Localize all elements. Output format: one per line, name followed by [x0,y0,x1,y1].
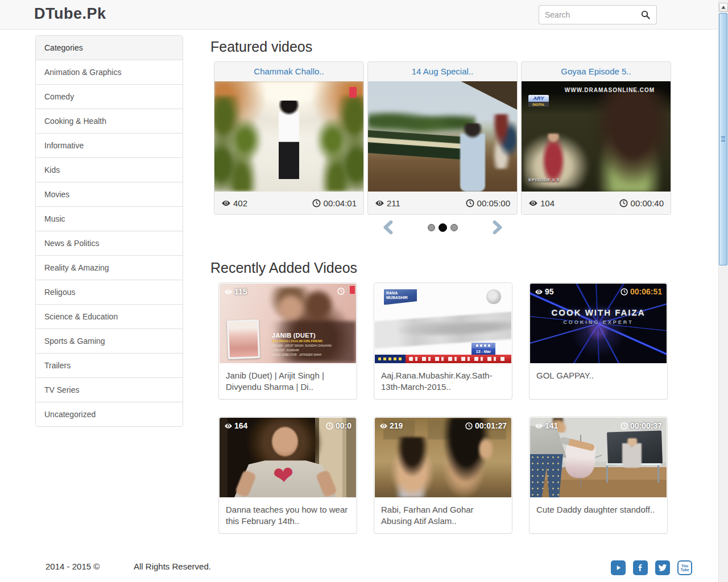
views-count: 211 [375,198,400,208]
video-duration: 00:00:40 [619,198,664,208]
clock-icon [620,422,628,430]
duration-overlay [337,287,347,296]
video-thumbnail[interactable]: RANA MUBASHIR 13 - Mar [375,284,511,363]
thumbnail-art-shape [315,96,363,192]
credit-text: SINGER : ARIJIT SINGH, SUNIDHI CHAUHAN [272,344,353,347]
thumbnail-art-shape [471,343,495,348]
channel-logo [486,289,501,304]
site-logo[interactable]: DTube.Pk [34,5,106,23]
video-title-link[interactable]: Chammak Challo.. [214,62,363,81]
video-thumbnail[interactable] [368,81,517,192]
sidebar-title: Categories [36,36,183,60]
channel-logo-text: ARY [528,95,549,102]
recent-videos-grid: JANIB (DUET) DILLIWAALI ZAALIM GIRLFRIEN… [218,282,671,534]
scrollbar-up-button[interactable] [719,3,728,12]
eye-icon [535,422,543,430]
thumbnail-art-shape [541,134,566,182]
sidebar-item-religous[interactable]: Religous [36,280,183,305]
search-icon [640,10,651,20]
featured-video-card: 14 Aug Special.. 211 00:05:00 [367,61,518,215]
featured-video-card: Goyaa Episode 5.. WWW.DRAMASONLINE.COM A… [521,61,671,215]
sidebar-item-animation-graphics[interactable]: Animation & Graphics [36,60,183,85]
recent-video-card: 219 00:01:27 Rabi, Farhan And Gohar Abus… [374,417,512,534]
sidebar-item-cooking-health[interactable]: Cooking & Health [36,109,183,134]
video-thumbnail[interactable]: WWW.DRAMASONLINE.COM ARY DIGITAL EPISODE… [522,81,671,192]
clock-icon [465,422,473,430]
sidebar-item-trailers[interactable]: Trailers [36,354,183,378]
eye-icon [535,288,543,296]
eye-icon [375,198,384,208]
video-title-link[interactable]: 14 Aug Special.. [368,62,517,81]
video-title-link[interactable]: Rabi, Farhan And Gohar Abusing Atif Asla… [374,497,512,534]
credit-text: LYRICIST : KUMAAR [272,348,353,352]
video-title-link[interactable]: Goyaa Episode 5.. [522,62,671,81]
show-logo-text: RANA MUBASHIR [384,289,417,305]
clock-icon [337,287,345,296]
video-thumbnail[interactable]: 141 00:00:37 [530,418,667,497]
recent-heading: Recently Added Videos [210,260,357,276]
featured-video-card: Chammak Challo.. 402 00:04:01 [214,61,364,215]
featured-heading: Featured videos [210,39,312,55]
sidebar-item-tv-series[interactable]: TV Series [36,378,183,402]
copyright-text: 2014 - 2015 © [46,562,100,571]
video-thumbnail[interactable] [214,81,363,192]
up-arrow-icon [721,5,726,10]
carousel-prev-button[interactable] [381,219,396,236]
scrollbar-thumb[interactable] [719,13,727,265]
sidebar-item-uncategorized[interactable]: Uncategorized [36,402,183,426]
video-title-link[interactable]: Danna teaches you how to wear this Febru… [219,497,357,534]
eye-icon [379,422,388,430]
thumbnail-caption: JANIB (DUET) DILLIWAALI ZAALIM GIRLFRIEN… [272,332,353,356]
views-overlay: 164 [224,421,247,430]
thumbnail-art-shape [530,454,563,497]
video-thumbnail[interactable]: 164 00:0 [220,418,356,497]
duration-overlay: 00:06:51 [620,287,662,296]
video-title-link[interactable]: GOL GAPPAY.. [530,363,667,388]
carousel-dot[interactable] [428,224,435,231]
views-count: 104 [528,198,555,208]
twitter-button[interactable] [655,560,670,575]
carousel-dot[interactable] [450,224,458,231]
video-title-link[interactable]: Cute Daddy daughter standoff.. [530,497,667,522]
video-thumbnail[interactable]: 219 00:01:27 [375,418,511,497]
clock-icon [619,198,628,208]
video-title-link[interactable]: Janib (Duet) | Arijit Singh | Divyendu S… [219,363,357,400]
sidebar-item-science-education[interactable]: Science & Education [36,305,183,329]
song-title-text: JANIB (DUET) [272,332,353,339]
eye-icon [221,198,231,208]
search-input[interactable] [539,5,635,24]
recent-video-card: COOK WITH FAIZA COOKING EXPERT 95 00:06:… [529,282,668,400]
sidebar: Categories Animation & Graphics Comedy C… [35,35,183,427]
recent-video-card: JANIB (DUET) DILLIWAALI ZAALIM GIRLFRIEN… [218,282,357,400]
carousel-next-button[interactable] [490,219,504,236]
play-social-button[interactable] [611,560,626,575]
video-thumbnail[interactable]: JANIB (DUET) DILLIWAALI ZAALIM GIRLFRIEN… [220,284,356,363]
sidebar-item-kids[interactable]: Kids [36,158,183,182]
video-thumbnail[interactable]: COOK WITH FAIZA COOKING EXPERT 95 00:06:… [530,284,667,363]
youtube-button[interactable]: YouTube [677,560,692,575]
sidebar-item-comedy[interactable]: Comedy [36,85,183,109]
sidebar-item-informative[interactable]: Informative [36,134,183,158]
video-meta: 402 00:04:01 [214,192,363,214]
search-button[interactable] [635,5,657,24]
channel-logo: ARY DIGITAL [528,95,549,107]
duration-overlay: 00:01:27 [465,421,507,430]
views-overlay: 141 [535,421,558,430]
thumbnail-art-shape [622,438,642,468]
sidebar-item-reality-amazing[interactable]: Reality & Amazing [36,256,183,280]
recent-video-card: RANA MUBASHIR 13 - Mar Aaj.Rana.Mubashir… [374,282,512,400]
play-icon [614,563,623,572]
sidebar-item-news-politics[interactable]: News & Politics [36,231,183,256]
sidebar-item-sports-gaming[interactable]: Sports & Gaming [36,329,183,354]
views-overlay: 115 [224,287,247,296]
rights-text: All Rights Reserved. [134,562,211,571]
video-title-link[interactable]: Aaj.Rana.Mubashir.Kay.Sath-13th-March-20… [374,363,512,400]
thumbnail-art-shape [385,437,437,497]
sidebar-item-music[interactable]: Music [36,207,183,231]
carousel-dot-active[interactable] [439,223,447,232]
clock-icon [325,422,334,430]
sidebar-item-movies[interactable]: Movies [36,182,183,207]
channel-badge [350,286,355,294]
facebook-button[interactable] [633,560,648,575]
video-meta: 104 00:00:40 [522,192,671,214]
